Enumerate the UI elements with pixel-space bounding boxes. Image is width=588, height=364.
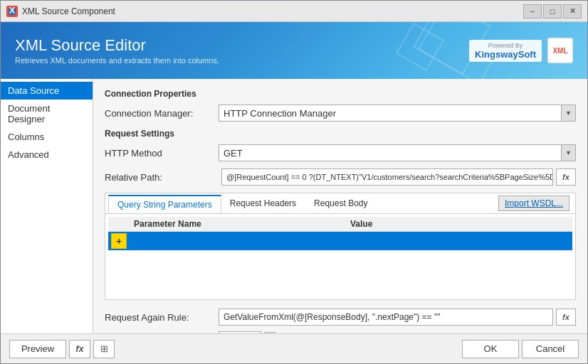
- connection-manager-select[interactable]: HTTP Connection Manager ▼: [219, 105, 576, 122]
- xml-icon: XML: [547, 38, 573, 63]
- table-value-header: Value: [350, 219, 567, 229]
- sidebar-item-advanced[interactable]: Advanced: [1, 146, 93, 164]
- right-panel: Connection Properties Connection Manager…: [93, 79, 587, 333]
- tabs-header: Query String Parameters Request Headers …: [105, 193, 575, 214]
- fx-icon: fx: [75, 343, 84, 354]
- http-method-dropdown-arrow: ▼: [561, 145, 575, 161]
- connection-manager-dropdown-arrow: ▼: [561, 105, 575, 121]
- tab-request-body[interactable]: Request Body: [305, 195, 377, 212]
- tab-request-headers[interactable]: Request Headers: [221, 195, 305, 212]
- relative-path-row: Relative Path: @[RequestCount] == 0 ?(DT…: [105, 168, 576, 186]
- main-window: X XML Source Component − □ ✕ XML Source …: [0, 0, 588, 364]
- table-icon-col: [114, 219, 134, 229]
- footer: Preview fx ⊞ OK Cancel: [1, 333, 587, 363]
- relative-path-input[interactable]: @[RequestCount] == 0 ?(DT_NTEXT)"V1/cust…: [221, 168, 553, 186]
- title-bar: X XML Source Component − □ ✕: [1, 1, 587, 22]
- http-method-row: HTTP Method GET ▼: [105, 144, 576, 161]
- left-nav: Data Source Document Designer Columns Ad…: [1, 79, 93, 333]
- request-section-title: Request Settings: [105, 129, 576, 139]
- relative-path-label: Relative Path:: [105, 172, 219, 183]
- header-decoration: [352, 22, 495, 79]
- tabs-area: Query String Parameters Request Headers …: [105, 193, 576, 300]
- request-again-rule-input[interactable]: GetValueFromXml(@[ResponseBody], ".nextP…: [219, 309, 553, 326]
- connection-manager-label: Connection Manager:: [105, 108, 219, 119]
- header-banner: XML Source Editor Retrieves XML document…: [1, 22, 587, 79]
- cancel-button[interactable]: Cancel: [522, 340, 579, 358]
- param-value-input[interactable]: [348, 234, 569, 248]
- tab-content: Parameter Name Value +: [105, 214, 575, 299]
- bottom-section: Request Again Rule: GetValueFromXml(@[Re…: [105, 309, 576, 333]
- request-again-rule-row: Request Again Rule: GetValueFromXml(@[Re…: [105, 309, 576, 326]
- param-name-input[interactable]: [127, 234, 348, 248]
- table-data-row: +: [108, 232, 572, 250]
- close-button[interactable]: ✕: [563, 4, 582, 18]
- app-icon: X: [6, 6, 18, 17]
- path-fx-button[interactable]: fx: [556, 168, 576, 186]
- title-bar-text: XML Source Component: [22, 6, 523, 16]
- footer-table-button[interactable]: ⊞: [93, 340, 115, 358]
- footer-fx-button[interactable]: fx: [69, 340, 90, 358]
- ok-button[interactable]: OK: [462, 340, 519, 358]
- svg-text:X: X: [9, 7, 16, 16]
- import-wsdl-button[interactable]: Import WSDL...: [498, 196, 569, 211]
- table-header-row: Parameter Name Value: [108, 217, 572, 232]
- connection-section-title: Connection Properties: [105, 89, 576, 99]
- connection-manager-row: Connection Manager: HTTP Connection Mana…: [105, 105, 576, 122]
- http-method-label: HTTP Method: [105, 148, 219, 159]
- window-controls: − □ ✕: [523, 4, 582, 18]
- preview-button[interactable]: Preview: [9, 340, 66, 358]
- rule-fx-button[interactable]: fx: [556, 309, 576, 326]
- minimize-button[interactable]: −: [523, 4, 542, 18]
- sidebar-item-document-designer[interactable]: Document Designer: [1, 100, 93, 128]
- add-row-icon[interactable]: +: [111, 233, 127, 249]
- table-param-header: Parameter Name: [134, 219, 350, 229]
- main-content: Data Source Document Designer Columns Ad…: [1, 79, 587, 333]
- tab-query-string-params[interactable]: Query String Parameters: [108, 195, 221, 213]
- request-again-rule-label: Request Again Rule:: [105, 312, 219, 323]
- sidebar-item-data-source[interactable]: Data Source: [1, 82, 93, 100]
- table-icon: ⊞: [100, 343, 108, 354]
- maximize-button[interactable]: □: [543, 4, 562, 18]
- sidebar-item-columns[interactable]: Columns: [1, 128, 93, 146]
- http-method-select[interactable]: GET ▼: [219, 144, 576, 161]
